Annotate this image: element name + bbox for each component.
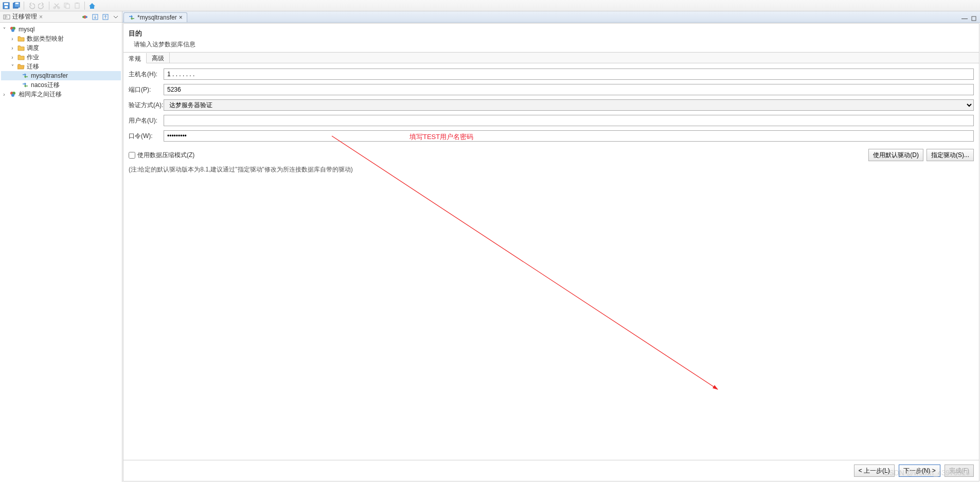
tab-advanced[interactable]: 高级	[147, 53, 170, 63]
tree-item-schedule[interactable]: › 调度	[1, 43, 121, 53]
collapse-icon[interactable]	[91, 13, 99, 21]
port-input[interactable]	[164, 84, 974, 95]
svg-point-15	[85, 16, 87, 18]
close-icon[interactable]: ×	[39, 13, 43, 21]
maximize-icon[interactable]	[970, 15, 978, 22]
tab-general[interactable]: 常规	[123, 53, 147, 63]
twisty-icon[interactable]: ›	[9, 36, 15, 42]
menu-icon[interactable]	[112, 13, 120, 21]
sidebar-tabbar: 迁移管理 ×	[0, 11, 122, 23]
host-input[interactable]	[164, 68, 974, 80]
copy-icon[interactable]	[63, 2, 71, 10]
user-input[interactable]	[164, 115, 974, 126]
home-icon[interactable]	[88, 2, 96, 10]
tree-item-type-mapping[interactable]: › 数据类型映射	[1, 34, 121, 43]
tree-label: 调度	[27, 44, 39, 53]
transfer-icon	[128, 14, 135, 21]
expand-icon[interactable]	[101, 13, 110, 21]
pwd-label: 口令(W):	[129, 132, 164, 141]
svg-point-20	[11, 29, 14, 32]
compress-label: 使用数据压缩模式(Z)	[137, 151, 194, 160]
svg-rect-5	[15, 3, 19, 4]
compress-checkbox[interactable]: 使用数据压缩模式(Z)	[129, 151, 194, 160]
transfer-icon	[22, 72, 29, 79]
top-toolbar	[0, 0, 980, 11]
tree-item-migrate[interactable]: ˅ 迁移	[1, 62, 121, 71]
twisty-icon[interactable]: ›	[1, 92, 7, 97]
svg-rect-9	[66, 4, 69, 8]
undo-icon[interactable]	[27, 2, 35, 10]
refresh-icon[interactable]	[81, 13, 89, 21]
transfer-icon	[22, 81, 29, 89]
paste-icon[interactable]	[73, 2, 81, 10]
port-label: 端口(P):	[129, 85, 164, 94]
back-button[interactable]: < 上一步(L)	[854, 464, 895, 477]
sidebar-tab-label: 迁移管理	[12, 12, 37, 21]
minimize-icon[interactable]: —	[960, 15, 969, 22]
close-icon[interactable]: ×	[179, 14, 183, 21]
tree-item-samedb[interactable]: › 相同库之间迁移	[1, 90, 121, 99]
pwd-input[interactable]	[164, 130, 974, 142]
folder-icon	[17, 35, 25, 42]
wizard-page: 目的 请输入达梦数据库信息 常规 高级 主机名(H): 端口(P): 验证方式(…	[123, 23, 979, 481]
sub-tabbar: 常规 高级	[123, 52, 979, 63]
wizard-footer: < 上一步(L) 下一步(N) > 完成(F)	[123, 460, 979, 481]
page-subtitle: 请输入达梦数据库信息	[129, 40, 974, 49]
svg-point-23	[11, 94, 14, 97]
folder-icon	[17, 44, 25, 51]
saveall-icon[interactable]	[12, 2, 21, 10]
toolbar-separator	[49, 2, 49, 10]
form-area: 主机名(H): 端口(P): 验证方式(A): 达梦服务器验证 用户名(U): …	[123, 63, 979, 148]
next-button[interactable]: 下一步(N) >	[899, 464, 940, 477]
folder-open-icon	[17, 63, 25, 70]
redo-icon[interactable]	[38, 2, 46, 10]
svg-point-14	[82, 16, 84, 18]
db-cluster-icon	[9, 91, 16, 98]
tree-label: 迁移	[27, 62, 39, 71]
twisty-icon[interactable]: ˅	[1, 27, 7, 32]
tree-label: mysql	[19, 26, 34, 33]
auth-label: 验证方式(A):	[129, 101, 164, 110]
cut-icon[interactable]	[52, 2, 61, 10]
tree-label: 作业	[27, 53, 39, 62]
tree: ˅ mysql › 数据类型映射 › 调度 › 作业	[0, 23, 122, 482]
auth-select[interactable]: 达梦服务器验证	[164, 99, 974, 111]
twisty-icon[interactable]: ˅	[9, 64, 15, 70]
sidebar-tab-migration[interactable]: 迁移管理 ×	[0, 11, 46, 22]
db-cluster-icon	[9, 26, 16, 33]
svg-rect-10	[75, 3, 79, 8]
tree-label: 数据类型映射	[27, 35, 64, 43]
tree-item-nacos[interactable]: nacos迁移	[1, 80, 121, 90]
driver-note: (注:给定的默认驱动版本为8.1,建议通过"指定驱动"修改为所连接数据库自带的驱…	[123, 164, 979, 175]
host-label: 主机名(H):	[129, 70, 164, 79]
tree-root[interactable]: ˅ mysql	[1, 25, 121, 34]
migration-icon	[3, 13, 10, 21]
page-title: 目的	[129, 29, 974, 38]
page-header: 目的 请输入达梦数据库信息	[123, 24, 979, 52]
editor-tab-label: *mysqltransfer	[137, 14, 177, 21]
svg-rect-24	[972, 16, 976, 21]
specify-driver-button[interactable]: 指定驱动(S)...	[926, 149, 974, 161]
tree-label: 相同库之间迁移	[19, 90, 62, 99]
tree-label: mysqltransfer	[31, 72, 68, 79]
toolbar-separator	[24, 2, 24, 10]
editor-tab-mysqltransfer[interactable]: *mysqltransfer ×	[123, 12, 187, 22]
svg-rect-2	[5, 6, 8, 8]
twisty-icon[interactable]: ›	[9, 45, 15, 51]
use-default-driver-button[interactable]: 使用默认驱动(D)	[868, 149, 923, 161]
editor-tabbar: *mysqltransfer × —	[122, 11, 980, 23]
finish-button[interactable]: 完成(F)	[945, 464, 974, 477]
user-label: 用户名(U):	[129, 116, 164, 125]
svg-rect-11	[76, 3, 78, 4]
save-icon[interactable]	[2, 2, 10, 10]
tree-item-job[interactable]: › 作业	[1, 53, 121, 62]
twisty-icon[interactable]: ›	[9, 55, 15, 60]
compress-checkbox-input[interactable]	[129, 152, 135, 159]
toolbar-separator	[84, 2, 85, 10]
editor-area: *mysqltransfer × — 目的 请输入达梦数据库信息 常规 高级 主…	[122, 11, 980, 482]
svg-rect-1	[4, 3, 8, 5]
tree-item-mysqltransfer[interactable]: mysqltransfer	[1, 71, 121, 80]
tree-label: nacos迁移	[31, 81, 60, 90]
folder-icon	[17, 54, 25, 61]
sidebar: 迁移管理 × ˅ mysql › 数据类型映射	[0, 11, 122, 482]
